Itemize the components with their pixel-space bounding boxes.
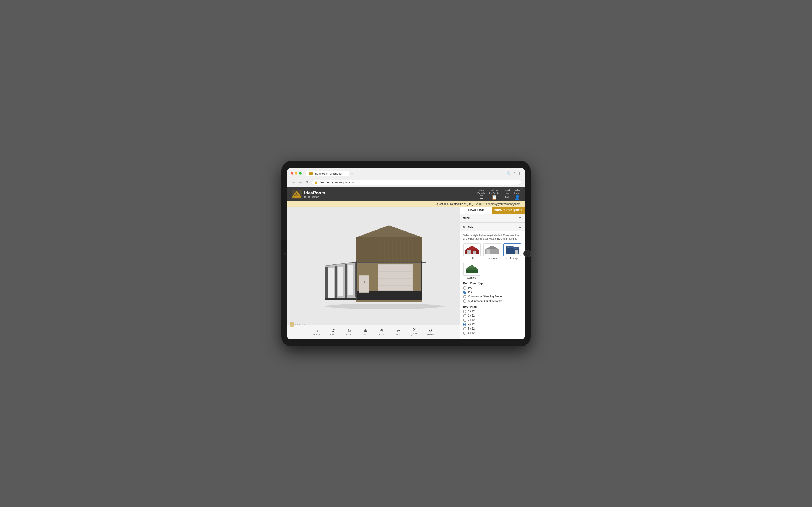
toolbar-home[interactable]: ⌂ HOME <box>311 328 322 336</box>
svg-rect-77 <box>465 270 478 273</box>
tab-close-btn[interactable]: × <box>344 172 346 175</box>
svg-rect-69 <box>473 251 476 254</box>
email-link-action[interactable]: EmailLink ✉ <box>504 189 510 200</box>
svg-rect-65 <box>356 261 357 300</box>
western-label: Western <box>483 257 501 260</box>
gambrel-label: Gambrel <box>463 276 480 279</box>
svg-rect-73 <box>487 250 490 254</box>
view-details-action[interactable]: ViewDetails ☰ <box>477 189 485 200</box>
toolbar-reset[interactable]: ↺ RESET <box>425 328 436 336</box>
zoom-in-icon: ⊕ <box>360 328 371 333</box>
toolbar-undo[interactable]: ↩ UNDO <box>393 328 403 336</box>
address-bar-row: ← → ↻ 🔒 idearoom.yourcompany.com <box>288 178 524 187</box>
refresh-btn[interactable]: ↻ <box>304 179 309 185</box>
main-content: IdeaRoom ⌂ HOME ↻ LEFT ↻ <box>288 207 524 339</box>
header-actions: ViewDetails ☰ Submitfor Quote 📋 EmailLin… <box>477 189 520 200</box>
radio-pbu[interactable]: PBU <box>463 291 521 294</box>
view-details-icon: ☰ <box>477 195 485 200</box>
style-section-header[interactable]: STYLE ∧ <box>460 223 524 231</box>
single-slope-label: Single Slope <box>503 257 521 260</box>
building-canvas <box>288 207 460 325</box>
size-section: SIZE ∨ <box>460 214 524 223</box>
style-single-slope[interactable]: Single Slope <box>503 243 521 260</box>
view-details-label: ViewDetails <box>477 189 485 195</box>
style-western[interactable]: Western <box>483 243 501 260</box>
radio-ass-circle <box>463 299 466 302</box>
style-gable[interactable]: Gable <box>463 243 481 260</box>
watermark-text: IdeaRoom <box>295 323 306 326</box>
svg-marker-16 <box>356 237 422 262</box>
sales-login-label: SalesLogin <box>514 189 520 195</box>
zoom-out-icon: ⊖ <box>376 328 387 333</box>
radio-pitch-2-12[interactable]: 2 / 12 <box>463 314 521 318</box>
toolbar-right[interactable]: ↻ RIGHT <box>344 328 355 336</box>
tab-favicon <box>309 172 313 175</box>
radio-pitch-3-12[interactable]: 3 / 12 <box>463 319 521 322</box>
size-section-header[interactable]: SIZE ∨ <box>460 214 524 222</box>
viewport-area: IdeaRoom ⌂ HOME ↻ LEFT ↻ <box>288 207 460 339</box>
toolbar-out[interactable]: ⊖ OUT <box>376 328 387 336</box>
radio-pbu-label: PBU <box>468 291 474 294</box>
panel-top-buttons: EMAIL LINK SUBMIT FOR QUOTE <box>460 207 524 214</box>
toolbar-in[interactable]: ⊕ IN <box>360 328 371 336</box>
radio-pitch-5-12[interactable]: 5 / 12 <box>463 327 521 330</box>
radio-pbr[interactable]: PBR <box>463 286 521 290</box>
toolbar-clear-wall[interactable]: ✕ CLEARWALL <box>409 327 419 337</box>
radio-pitch-3-label: 3 / 12 <box>468 319 475 322</box>
dot-red[interactable] <box>291 172 293 175</box>
radio-pitch-6-circle <box>463 332 466 335</box>
app-container: IdeaRoom for Buildings ViewDetails ☰ Sub… <box>288 187 524 339</box>
submit-quote-button[interactable]: SUBMIT FOR QUOTE <box>492 207 524 214</box>
back-btn[interactable]: ← <box>291 179 296 185</box>
watermark-icon <box>290 322 294 327</box>
svg-rect-53 <box>364 281 365 283</box>
tab-title: IdeaRoom for Sheds <box>314 172 342 175</box>
star-icon[interactable]: ☆ <box>513 171 516 175</box>
radio-pitch-4-circle <box>463 323 466 326</box>
reset-icon: ↺ <box>425 328 436 333</box>
radio-pitch-2-circle <box>463 314 466 318</box>
radio-pitch-1-12[interactable]: 1 / 12 <box>463 310 521 313</box>
dot-yellow[interactable] <box>295 172 298 175</box>
radio-commercial-standing-seam[interactable]: Commercial Standing Seam <box>463 295 521 298</box>
sales-login-action[interactable]: SalesLogin 👤 <box>514 189 520 200</box>
address-bar[interactable]: 🔒 idearoom.yourcompany.com <box>311 179 521 185</box>
tab-bar: IdeaRoom for Sheds × + <box>306 171 502 176</box>
menu-icon[interactable]: ⋮ <box>518 171 521 175</box>
submit-quote-action[interactable]: Submitfor Quote 📋 <box>489 189 499 200</box>
svg-marker-71 <box>485 245 499 249</box>
toolbar-left[interactable]: ↻ LEFT <box>327 328 338 336</box>
single-slope-thumb <box>503 243 521 256</box>
active-tab[interactable]: IdeaRoom for Sheds × <box>306 171 349 176</box>
roof-panel-type-subtitle: Roof Panel Type <box>463 282 521 285</box>
style-section-title: STYLE <box>463 225 473 228</box>
building-visualization <box>303 223 444 309</box>
gambrel-row: Gambrel <box>463 263 521 279</box>
radio-architectural-standing-seam[interactable]: Architectural Standing Seam <box>463 299 521 302</box>
gable-label: Gable <box>463 257 481 260</box>
in-label: IN <box>360 333 371 336</box>
email-link-button[interactable]: EMAIL LINK <box>460 207 492 214</box>
left-label: LEFT <box>327 333 338 336</box>
search-icon[interactable]: 🔍 <box>507 171 511 175</box>
radio-pitch-6-12[interactable]: 6 / 12 <box>463 332 521 335</box>
home-icon: ⌂ <box>311 328 322 333</box>
style-gambrel[interactable]: Gambrel <box>463 263 480 279</box>
lock-icon: 🔒 <box>314 181 318 184</box>
notification-text: Questions? Contact us at (208) 954-8570 … <box>436 203 520 206</box>
radio-pitch-4-12[interactable]: 4 / 12 <box>463 323 521 326</box>
forward-btn[interactable]: → <box>298 179 303 185</box>
style-chevron-icon: ∧ <box>519 225 521 228</box>
notification-bar: Questions? Contact us at (208) 954-8570 … <box>288 202 524 207</box>
email-link-icon: ✉ <box>504 195 510 200</box>
clear-wall-label: CLEARWALL <box>409 332 419 337</box>
svg-marker-67 <box>465 245 479 250</box>
new-tab-btn[interactable]: + <box>351 171 354 176</box>
dot-green[interactable] <box>299 172 302 175</box>
svg-rect-76 <box>514 250 518 254</box>
radio-pitch-2-label: 2 / 12 <box>468 314 475 317</box>
svg-rect-52 <box>359 276 369 292</box>
radio-pitch-5-label: 5 / 12 <box>468 327 475 330</box>
svg-marker-17 <box>356 225 422 237</box>
svg-rect-68 <box>467 250 471 254</box>
